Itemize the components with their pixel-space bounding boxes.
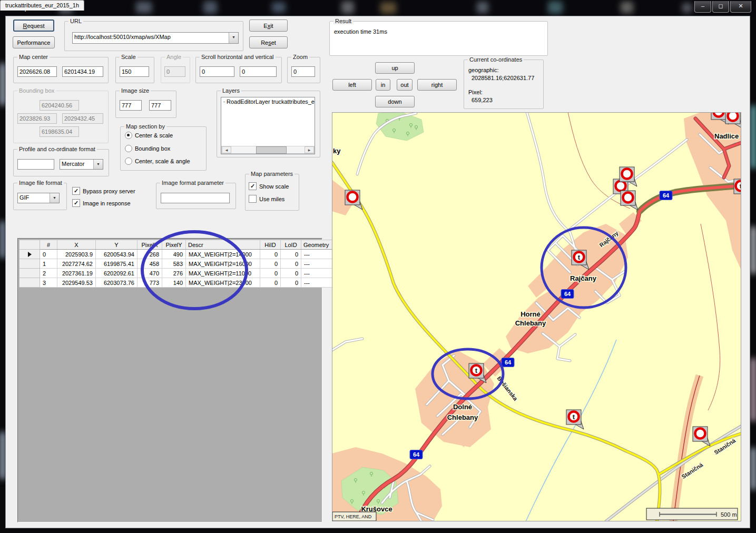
map-center-x-field[interactable] — [17, 66, 57, 77]
desktop-blur — [0, 63, 5, 105]
image-height-field[interactable] — [149, 100, 171, 111]
col-header[interactable]: PixelY — [162, 240, 186, 250]
image-in-response-checkbox[interactable]: ✓Image in response — [72, 199, 131, 207]
table-row[interactable]: 0 2025903.9 6200543.94 268 490 MAX_WEIGH… — [19, 250, 333, 259]
current-coordinates-group: Current co-ordinates geographic: 2028581… — [464, 60, 544, 109]
map-center-y-field[interactable] — [62, 66, 103, 77]
image-file-format-combobox[interactable]: GIF ▼ — [17, 193, 60, 203]
desktop-blur — [751, 448, 756, 490]
dropdown-arrow-icon[interactable]: ▼ — [229, 33, 238, 43]
svg-text:t: t — [578, 253, 581, 261]
svg-text:64: 64 — [564, 291, 571, 297]
checkbox-checked-icon: ✓ — [249, 182, 257, 190]
col-header[interactable]: PixelX — [138, 240, 162, 250]
route-shield-64: 64 — [660, 191, 672, 200]
row-selector[interactable] — [19, 278, 40, 288]
scrollbar-thumb[interactable] — [256, 146, 287, 154]
map-parameters-group: Map parameters — [245, 174, 299, 211]
map-attribution: PTV, HERE, AND — [332, 512, 376, 521]
pan-right-button[interactable]: right — [417, 79, 457, 91]
coordinate-format-value[interactable]: Mercator — [60, 160, 93, 169]
map-view[interactable]: 64 64 64 64 Rajčany Bošianska Staničná S… — [332, 112, 741, 521]
svg-text:64: 64 — [505, 359, 512, 366]
radio-center-scale[interactable]: Center & scale — [125, 132, 173, 139]
route-shield-64: 64 — [502, 358, 514, 367]
checkbox-checked-icon: ✓ — [72, 199, 80, 207]
radio-icon — [125, 157, 132, 165]
coordinate-format-combobox[interactable]: Mercator ▼ — [60, 159, 103, 170]
tab-truckattributes[interactable]: truckattributes_eur_2015_1h — [0, 0, 84, 11]
col-header[interactable]: X — [57, 240, 96, 250]
request-button[interactable]: Request — [13, 19, 54, 32]
profile-field[interactable] — [17, 159, 54, 170]
col-header[interactable]: HiID — [260, 240, 281, 250]
zoom-field[interactable] — [291, 66, 315, 77]
svg-text:64: 64 — [663, 192, 670, 199]
result-group: Result execution time 31ms — [329, 21, 548, 56]
table-row[interactable]: 2 2027361.19 6202092.61 470 276 MAX_WEIG… — [19, 269, 333, 278]
row-selector[interactable] — [19, 259, 40, 269]
dropdown-arrow-icon[interactable]: ▼ — [50, 193, 59, 203]
url-group-label: URL — [68, 18, 83, 24]
svg-text:t: t — [573, 413, 575, 421]
row-selector[interactable] — [19, 269, 40, 278]
dropdown-arrow-icon[interactable]: ▼ — [93, 160, 103, 169]
tree-branch-icon — [223, 102, 224, 102]
svg-text:500 m: 500 m — [721, 511, 737, 518]
radio-bounding-box[interactable]: Bounding box — [125, 145, 170, 152]
col-header[interactable]: Geometry — [301, 240, 333, 250]
radio-icon — [125, 132, 132, 139]
scroll-vertical-field[interactable] — [240, 66, 277, 77]
scroll-left-icon[interactable]: ◀ — [222, 146, 231, 153]
svg-text:Dolné: Dolné — [453, 403, 472, 411]
performance-button[interactable]: Performance — [13, 36, 55, 48]
use-miles-checkbox[interactable]: Use miles — [249, 195, 284, 203]
radio-center-scale-angle[interactable]: Center, scale & angle — [125, 157, 190, 165]
row-selector[interactable] — [19, 250, 40, 259]
svg-text:64: 64 — [413, 451, 420, 458]
maximize-button[interactable]: ◻ — [712, 1, 729, 13]
url-value[interactable]: http://localhost:50010/xmap/ws/XMap — [73, 33, 229, 43]
table-row[interactable]: 3 2029549.53 6203073.76 773 140 MAX_WEIG… — [19, 278, 333, 288]
exit-button[interactable]: Exit — [249, 19, 288, 32]
route-shield-64: 64 — [561, 290, 574, 299]
col-header[interactable]: Descr — [186, 240, 260, 250]
close-button[interactable]: ✕ — [730, 1, 751, 13]
svg-text:t: t — [475, 367, 478, 374]
minimize-button[interactable]: – — [694, 1, 711, 13]
col-header[interactable]: Y — [96, 240, 138, 250]
title-bar — [0, 0, 756, 16]
layers-horizontal-scrollbar[interactable]: ◀ ▶ — [221, 146, 315, 154]
zoom-in-button[interactable]: in — [376, 79, 390, 91]
image-format-parameter-field[interactable] — [161, 193, 230, 203]
image-width-field[interactable] — [120, 100, 142, 111]
url-combobox[interactable]: http://localhost:50010/xmap/ws/XMap ▼ — [72, 32, 239, 44]
col-header[interactable]: LoID — [281, 240, 301, 250]
result-text: execution time 31ms — [334, 28, 387, 35]
desktop-blur — [751, 226, 756, 274]
bbox-bottom-field — [40, 126, 79, 137]
map-scale-bar: 500 m — [646, 508, 738, 520]
zoom-out-button[interactable]: out — [397, 79, 413, 91]
desktop-blur — [751, 105, 756, 169]
bypass-proxy-checkbox[interactable]: ✓Bypass proxy server — [72, 187, 135, 195]
route-shield-64: 64 — [410, 450, 423, 459]
reset-button[interactable]: Reset — [249, 36, 288, 48]
col-header[interactable]: # — [40, 240, 57, 250]
svg-text:PTV, HERE, AND: PTV, HERE, AND — [335, 514, 372, 519]
checkbox-checked-icon: ✓ — [72, 187, 80, 195]
scale-field[interactable] — [120, 66, 149, 77]
image-file-format-value[interactable]: GIF — [18, 193, 50, 203]
scroll-horizontal-field[interactable] — [200, 66, 234, 77]
show-scale-checkbox[interactable]: ✓Show scale — [249, 182, 289, 190]
bbox-left-field — [17, 113, 57, 124]
bbox-right-field — [62, 113, 103, 124]
pan-left-button[interactable]: left — [332, 79, 372, 91]
layer-item[interactable]: RoadEditorLayer truckattributes_e — [221, 97, 315, 106]
pan-down-button[interactable]: down — [375, 96, 415, 107]
scroll-right-icon[interactable]: ▶ — [305, 146, 314, 153]
table-row[interactable]: 1 2027274.62 6199875.41 458 583 MAX_WEIG… — [19, 259, 333, 269]
svg-text:Rajčany: Rajčany — [570, 274, 597, 282]
pan-up-button[interactable]: up — [375, 62, 415, 74]
radio-icon — [125, 145, 132, 152]
